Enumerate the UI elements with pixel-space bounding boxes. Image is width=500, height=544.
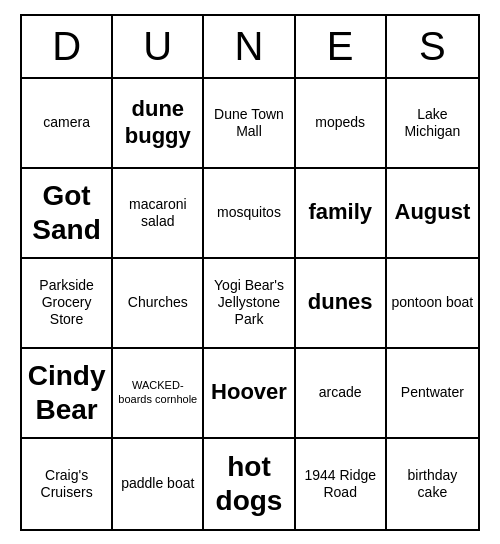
bingo-cell: arcade — [296, 349, 387, 439]
header-letter: U — [113, 16, 204, 77]
bingo-cell: 1944 Ridge Road — [296, 439, 387, 529]
bingo-cell: August — [387, 169, 478, 259]
bingo-card: DUNES cameradune buggyDune Town Mallmope… — [20, 14, 480, 531]
bingo-header: DUNES — [22, 16, 478, 79]
bingo-cell: paddle boat — [113, 439, 204, 529]
bingo-cell: Parkside Grocery Store — [22, 259, 113, 349]
bingo-cell: Yogi Bear's Jellystone Park — [204, 259, 295, 349]
header-letter: E — [296, 16, 387, 77]
bingo-cell: Dune Town Mall — [204, 79, 295, 169]
header-letter: D — [22, 16, 113, 77]
bingo-cell: birthday cake — [387, 439, 478, 529]
bingo-cell: camera — [22, 79, 113, 169]
header-letter: S — [387, 16, 478, 77]
bingo-cell: dunes — [296, 259, 387, 349]
bingo-cell: hot dogs — [204, 439, 295, 529]
bingo-cell: Pentwater — [387, 349, 478, 439]
bingo-cell: Lake Michigan — [387, 79, 478, 169]
bingo-grid: cameradune buggyDune Town MallmopedsLake… — [22, 79, 478, 529]
bingo-cell: mopeds — [296, 79, 387, 169]
bingo-cell: pontoon boat — [387, 259, 478, 349]
bingo-cell: WACKED-boards cornhole — [113, 349, 204, 439]
bingo-cell: macaroni salad — [113, 169, 204, 259]
bingo-cell: family — [296, 169, 387, 259]
bingo-cell: Churches — [113, 259, 204, 349]
bingo-cell: Craig's Cruisers — [22, 439, 113, 529]
bingo-cell: dune buggy — [113, 79, 204, 169]
bingo-cell: Got Sand — [22, 169, 113, 259]
bingo-cell: Hoover — [204, 349, 295, 439]
header-letter: N — [204, 16, 295, 77]
bingo-cell: Cindy Bear — [22, 349, 113, 439]
bingo-cell: mosquitos — [204, 169, 295, 259]
